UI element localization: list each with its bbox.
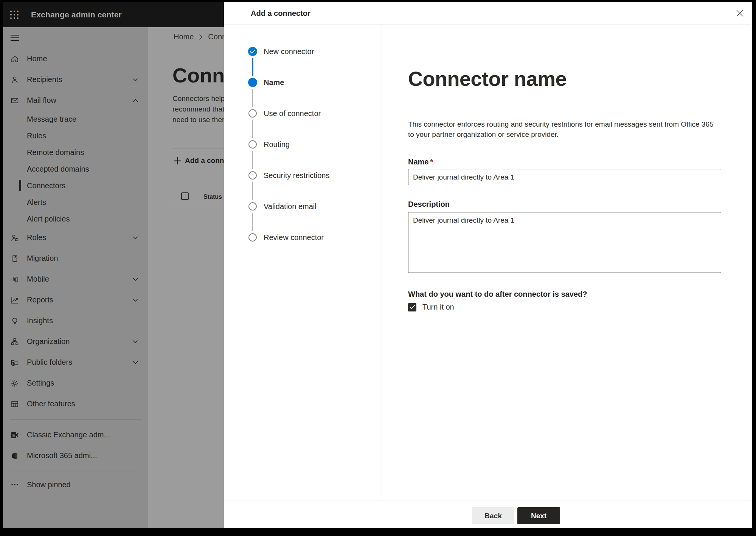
sidebar-item-classic-exchange-adm[interactable]: EClassic Exchange adm... (3, 424, 148, 445)
roles-icon (11, 234, 19, 242)
back-button[interactable]: Back (472, 507, 514, 524)
organization-icon (11, 338, 19, 346)
wizard-step-label[interactable]: Security restrictions (264, 171, 330, 180)
step-upcoming-icon[interactable] (248, 233, 257, 242)
m365-logo-icon (11, 452, 19, 460)
status-column-header[interactable]: Status (203, 194, 222, 200)
sidebar-item-microsoft-365-admi[interactable]: Microsoft 365 admi... (3, 445, 148, 466)
step-completed-icon[interactable] (248, 47, 257, 56)
sidebar-item-alerts[interactable]: Alerts (3, 194, 148, 211)
sidebar-item-accepted-domains[interactable]: Accepted domains (3, 161, 148, 177)
divider (172, 149, 224, 149)
name-input[interactable] (408, 169, 721, 185)
sidebar-item-label: Mail flow (27, 96, 56, 105)
sidebar-item-home[interactable]: Home (3, 48, 148, 69)
wizard-step-label[interactable]: Name (264, 78, 284, 87)
sidebar-item-remote-domains[interactable]: Remote domains (3, 144, 148, 161)
name-field-label: Name* (408, 158, 433, 166)
step-current-icon[interactable] (248, 78, 257, 87)
wizard-step-use-of-connector: Use of connector (224, 109, 382, 140)
sidebar-item-mail-flow[interactable]: Mail flow (3, 90, 148, 111)
app-launcher-waffle-icon[interactable] (9, 9, 20, 20)
sidebar-item-other-features[interactable]: Other features (3, 393, 148, 414)
sidebar-item-connectors[interactable]: Connectors (3, 177, 148, 194)
sidebar-item-mobile[interactable]: Mobile (3, 269, 148, 290)
breadcrumb-home-link[interactable]: Home (174, 33, 194, 41)
wizard-step-label[interactable]: Validation email (264, 202, 317, 211)
sidebar-item-reports[interactable]: Reports (3, 290, 148, 310)
sidebar-item-label: Recipients (27, 75, 62, 84)
step-connector-line (252, 120, 253, 138)
step-upcoming-icon[interactable] (248, 171, 257, 180)
sidebar-item-label: Connectors (27, 181, 65, 190)
step-connector-line (252, 58, 253, 76)
sidebar-item-label: Organization (27, 337, 70, 346)
next-button[interactable]: Next (517, 507, 560, 524)
sidebar-item-show-pinned[interactable]: Show pinned (3, 476, 148, 493)
step-upcoming-icon[interactable] (248, 202, 257, 211)
turn-it-on-checkbox[interactable]: Turn it on (408, 303, 454, 311)
divider (171, 205, 224, 205)
plus-icon (174, 157, 181, 164)
sidebar-item-label: Alert policies (27, 215, 70, 223)
breadcrumb: Home Conne (174, 33, 224, 41)
select-all-checkbox[interactable] (181, 192, 189, 200)
sidebar-item-alert-policies[interactable]: Alert policies (3, 211, 148, 227)
dialog-title: Add a connector (251, 9, 310, 17)
step-upcoming-icon[interactable] (248, 140, 257, 149)
sidebar-item-insights[interactable]: Insights (3, 310, 148, 331)
insights-icon (11, 317, 19, 325)
sidebar-item-label: Public folders (27, 358, 72, 367)
reports-icon (11, 296, 19, 304)
description-field-label: Description (408, 200, 450, 209)
mobile-icon (11, 275, 19, 283)
chevron-right-icon (199, 34, 203, 40)
checkbox-checked-icon (408, 303, 416, 311)
chevron-up-icon (132, 98, 138, 104)
dialog-header: Add a connector (224, 2, 752, 25)
page-description: Connectors helprecommend thatneed to use… (172, 93, 224, 125)
step-connector-line (252, 151, 253, 169)
sidebar-item-label: Reports (27, 296, 53, 304)
sidebar-item-label: Accepted domains (27, 165, 89, 174)
step-heading: Connector name (408, 67, 567, 90)
add-connector-button[interactable]: Add a conn (174, 156, 224, 166)
sidebar-divider (10, 471, 141, 471)
hamburger-menu-icon[interactable] (3, 27, 148, 48)
wizard-step-label[interactable]: Routing (264, 140, 290, 149)
sidebar-item-migration[interactable]: Migration (3, 248, 148, 269)
sidebar-item-message-trace[interactable]: Message trace (3, 111, 148, 127)
close-icon[interactable] (735, 9, 744, 18)
wizard-step-label[interactable]: Use of connector (264, 109, 321, 118)
background-page: Home Conne Connec Connectors helprecomme… (148, 27, 224, 528)
sidebar-item-organization[interactable]: Organization (3, 331, 148, 352)
person-icon (11, 76, 19, 84)
sidebar-item-recipients[interactable]: Recipients (3, 69, 148, 90)
wizard-step-validation-email: Validation email (224, 202, 382, 233)
sidebar-item-label: Show pinned (27, 480, 71, 489)
exchange-logo-icon: E (11, 431, 19, 439)
chevron-down-icon (132, 359, 138, 366)
sidebar-item-public-folders[interactable]: Public folders (3, 352, 148, 373)
sidebar-item-label: Other features (27, 400, 75, 408)
wizard-step-label[interactable]: New connector (264, 47, 314, 56)
wizard-step-new-connector: New connector (224, 47, 382, 78)
sidebar-item-label: Insights (27, 316, 53, 325)
wizard-step-label[interactable]: Review connector (264, 233, 324, 242)
step-connector-line (252, 89, 253, 107)
sidebar-item-rules[interactable]: Rules (3, 127, 148, 144)
sidebar-item-label: Classic Exchange adm... (27, 431, 110, 439)
other-features-icon (11, 400, 19, 408)
sidebar-divider (10, 419, 141, 420)
step-upcoming-icon[interactable] (248, 109, 257, 118)
chevron-down-icon (132, 297, 138, 303)
settings-icon (11, 379, 19, 387)
wizard-step-security-restrictions: Security restrictions (224, 171, 382, 202)
sidebar-item-label: Mobile (27, 275, 49, 283)
chevron-down-icon (132, 339, 138, 345)
wizard-step-review-connector: Review connector (224, 233, 382, 264)
sidebar-item-label: Home (27, 54, 47, 63)
sidebar-item-roles[interactable]: Roles (3, 227, 148, 248)
description-textarea[interactable]: Deliver journal directly to Area 1 (408, 212, 721, 273)
sidebar-item-settings[interactable]: Settings (3, 373, 148, 393)
